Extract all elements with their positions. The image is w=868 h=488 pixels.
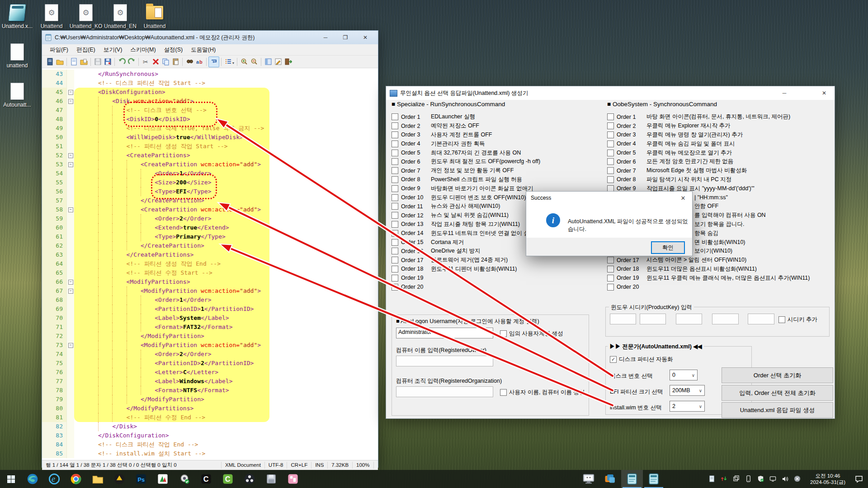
generate-names-option[interactable]: 사용자 이름, 컴퓨터 이름 생성 <box>500 389 585 396</box>
desktop-icon-unattend-ko[interactable]: ⚙Unattend_KO <box>69 4 103 29</box>
saveas-toolbar-icon[interactable] <box>103 57 113 67</box>
productkey-input-3[interactable] <box>676 314 702 324</box>
order-checkbox[interactable] <box>607 266 614 272</box>
order-checkbox[interactable] <box>392 275 398 282</box>
desktop-icon-unattend[interactable]: ⚙Unattend <box>34 4 69 29</box>
vmware-workstation-taskbar-button[interactable] <box>599 470 621 488</box>
order-checkbox[interactable] <box>392 141 398 147</box>
order-checkbox[interactable] <box>607 284 614 291</box>
order-checkbox[interactable] <box>392 284 398 291</box>
list-toolbar-icon[interactable] <box>223 57 233 67</box>
ok-button[interactable]: 확인 <box>651 241 685 254</box>
wrap-toolbar-icon[interactable] <box>208 56 219 67</box>
close-icon[interactable]: ✕ <box>814 87 834 99</box>
tray-stack-icon[interactable] <box>733 475 740 483</box>
ps-taskbar-icon[interactable]: Ps <box>130 470 152 488</box>
menu-item[interactable]: 보기(V) <box>99 45 127 55</box>
monitor-app-taskbar-button[interactable] <box>578 470 599 488</box>
tray-phone-icon[interactable] <box>745 475 752 483</box>
fold-marker-icon[interactable]: − <box>67 286 74 296</box>
generator-titlebar[interactable]: 무인설치 옵션 선택 응답파일(Unattend.xml) 생성기 ─ ✕ <box>386 86 835 100</box>
fold-marker-icon[interactable]: − <box>67 160 74 169</box>
tray-shield-icon[interactable] <box>757 475 764 483</box>
autologon-username-input[interactable]: Administrator <box>396 328 493 338</box>
generate-xml-button[interactable]: Unattend.xml 응답 파일 생성 <box>722 402 833 418</box>
new-toolbar-icon[interactable] <box>69 57 79 67</box>
add-productkey-option[interactable]: 시디키 추가 <box>778 316 817 324</box>
order-checkbox[interactable] <box>392 203 398 210</box>
order-checkbox[interactable] <box>607 131 614 138</box>
chevron-down-icon[interactable]: ▾ <box>232 61 234 65</box>
exit-toolbar-icon[interactable] <box>283 57 293 67</box>
desktop-icon-unattend-folder[interactable]: Unattend <box>137 4 172 29</box>
edge-taskbar-icon[interactable] <box>22 470 43 488</box>
auto-partition-option[interactable]: 디스크 파티션 자동화 <box>610 356 673 363</box>
productkey-input-2[interactable] <box>640 314 666 324</box>
tray-note-icon[interactable] <box>708 475 716 483</box>
start-button[interactable] <box>0 470 22 488</box>
find-toolbar-icon[interactable] <box>184 57 194 67</box>
fold-marker-icon[interactable]: − <box>67 97 74 106</box>
dialog-titlebar[interactable]: Success <box>526 192 692 204</box>
fold-marker-icon[interactable]: − <box>67 88 74 97</box>
reset-order-button[interactable]: Order 선택 초기화 <box>722 367 833 383</box>
util-taskbar-icon[interactable] <box>174 470 195 488</box>
fold-marker-icon[interactable]: − <box>67 277 74 286</box>
order-checkbox[interactable] <box>392 150 398 156</box>
action-center-icon[interactable] <box>854 474 863 483</box>
random-account-option[interactable]: 임의 사용자계정 생성 <box>500 330 563 338</box>
zoomout-toolbar-icon[interactable] <box>249 57 259 67</box>
menu-item[interactable]: 파일(F) <box>46 45 72 55</box>
folderdoc-toolbar-icon[interactable] <box>79 57 89 67</box>
order-checkbox[interactable] <box>607 257 614 263</box>
xml-editor[interactable]: 43</RunSynchronous>44<!-- 디스크 파티션 작업 Sta… <box>42 68 378 460</box>
order-checkbox[interactable] <box>607 141 614 147</box>
wim-index-dropdown[interactable]: 2∨ <box>670 401 705 412</box>
camtasia-taskbar-icon[interactable]: C <box>195 470 217 488</box>
productkey-input-5[interactable] <box>748 314 774 324</box>
order-checkbox[interactable] <box>392 239 398 246</box>
zoomin-toolbar-icon[interactable] <box>239 57 249 67</box>
doc-toolbar-icon[interactable] <box>45 57 55 67</box>
disk-number-dropdown[interactable]: 0∨ <box>670 370 698 380</box>
order-checkbox[interactable] <box>392 194 398 201</box>
close-icon[interactable]: ✕ <box>355 31 375 44</box>
desktop-icon-unattend-doc[interactable]: unattend <box>0 43 34 69</box>
folder-taskbar-icon[interactable] <box>87 470 108 488</box>
registered-owner-input[interactable] <box>396 356 493 366</box>
ie-taskbar-icon[interactable]: e <box>43 470 65 488</box>
copy-toolbar-icon[interactable] <box>160 57 170 67</box>
tray-vol-icon[interactable] <box>782 475 789 483</box>
desktop-icon-unattend-app[interactable]: Unattend.x... <box>0 4 34 29</box>
fold-marker-icon[interactable]: − <box>67 341 74 350</box>
desktop-icon-autounattend-doc[interactable]: Autounatt... <box>0 82 34 108</box>
disk-taskbar-icon[interactable] <box>260 470 282 488</box>
close-icon[interactable]: ✕ <box>674 192 692 204</box>
desktop-icon-unattend-en[interactable]: ⚙Unattend_EN <box>103 4 137 29</box>
order-checkbox[interactable] <box>392 248 398 254</box>
cut-toolbar-icon[interactable]: ✂ <box>141 57 151 67</box>
panel-toolbar-icon[interactable] <box>263 57 273 67</box>
generate-names-checkbox[interactable] <box>500 389 507 396</box>
minimize-icon[interactable]: ─ <box>316 31 335 44</box>
redo-toolbar-icon[interactable] <box>127 57 137 67</box>
menu-item[interactable]: 도움말(H) <box>187 45 220 55</box>
undo-toolbar-icon[interactable] <box>117 57 127 67</box>
menu-item[interactable]: 설정(S) <box>160 45 187 55</box>
auto-partition-checkbox[interactable] <box>610 356 617 363</box>
order-checkbox[interactable] <box>392 266 398 272</box>
reset-all-button[interactable]: 입력, Order 선택 전체 초기화 <box>722 385 833 401</box>
menu-item[interactable]: 스키마(M) <box>126 45 160 55</box>
adguard-taskbar-icon[interactable] <box>108 470 130 488</box>
order-checkbox[interactable] <box>607 150 614 156</box>
productkey-input-4[interactable] <box>712 314 739 324</box>
order-checkbox[interactable] <box>392 122 398 129</box>
order-checkbox[interactable] <box>607 113 614 120</box>
order-checkbox[interactable] <box>392 131 398 138</box>
order-checkbox[interactable] <box>607 122 614 129</box>
notepad2-titlebar[interactable]: C:₩Users₩Administrator₩Desktop₩Autounatt… <box>42 31 378 44</box>
chrome-taskbar-icon[interactable] <box>65 470 87 488</box>
fold-marker-icon[interactable]: − <box>67 151 74 160</box>
order-checkbox[interactable] <box>392 257 398 263</box>
order-checkbox[interactable] <box>392 212 398 219</box>
